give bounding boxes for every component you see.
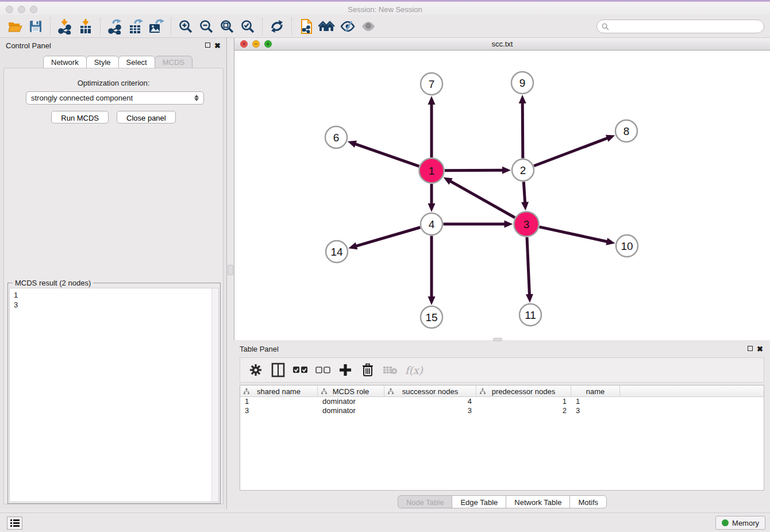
column-type-icon xyxy=(480,388,486,394)
import-table-icon[interactable] xyxy=(75,17,96,36)
graph-node-label-4: 4 xyxy=(429,218,435,230)
control-panel-tabs: Network Style Select MCDS xyxy=(43,56,192,68)
control-panel: Control Panel ✖ Network Style Select MCD… xyxy=(0,38,227,509)
memory-button[interactable]: Memory xyxy=(715,516,765,530)
tab-style[interactable]: Style xyxy=(86,56,119,68)
list-icon xyxy=(10,519,20,527)
result-scrollbar[interactable] xyxy=(211,288,218,502)
column-header-name[interactable]: name xyxy=(571,385,620,397)
column-header-label: name xyxy=(586,387,605,396)
zoom-out-icon[interactable] xyxy=(196,17,217,36)
network-graph: 7968124314101511 xyxy=(234,51,770,340)
show-graphics-details-icon[interactable] xyxy=(358,17,379,36)
clone-network-icon[interactable] xyxy=(296,17,317,36)
tab-mcds[interactable]: MCDS xyxy=(155,56,192,68)
open-session-icon[interactable] xyxy=(5,17,25,36)
table-cell: 3 xyxy=(571,406,620,415)
column-header-shared-name[interactable]: shared name xyxy=(240,385,318,397)
column-header-predecessor-nodes[interactable]: predecessor nodes xyxy=(476,385,571,397)
save-session-icon[interactable] xyxy=(25,17,46,36)
graph-edge-3-10[interactable] xyxy=(539,227,608,242)
close-panel-icon[interactable]: ✖ xyxy=(214,43,221,48)
column-header-label: MCDS role xyxy=(333,387,369,396)
apply-layout-icon[interactable] xyxy=(267,17,287,36)
tab-select[interactable]: Select xyxy=(118,56,155,68)
search-field[interactable] xyxy=(596,20,764,33)
graph-edge-4-14[interactable] xyxy=(355,228,421,246)
toolbar-separator xyxy=(262,18,263,35)
search-icon xyxy=(602,23,609,30)
column-header-successor-nodes[interactable]: successor nodes xyxy=(384,385,476,397)
add-column-icon[interactable] xyxy=(337,361,354,379)
tab-node-table[interactable]: Node Table xyxy=(398,495,453,508)
hide-graphics-details-icon[interactable] xyxy=(337,17,358,36)
float-panel-icon[interactable] xyxy=(205,43,210,48)
network-view-titlebar[interactable]: × − + scc.txt xyxy=(234,38,770,51)
delete-table-icon[interactable] xyxy=(382,361,399,379)
delete-column-icon[interactable] xyxy=(359,361,376,379)
table-settings-gear-icon[interactable] xyxy=(247,361,264,379)
vertical-splitter-grip[interactable] xyxy=(228,265,233,275)
table-cell: 1 xyxy=(571,397,620,406)
graph-edge-arrow-4-3 xyxy=(505,221,513,228)
column-selector-icon[interactable] xyxy=(270,361,287,379)
table-panel-title: Table Panel xyxy=(240,345,279,353)
task-history-button[interactable] xyxy=(7,516,22,530)
dropdown-selected-value: strongly connected component xyxy=(31,94,194,102)
table-row[interactable]: 3dominator323 xyxy=(240,406,764,415)
graph-node-label-9: 9 xyxy=(519,77,526,89)
column-header-MCDS-role[interactable]: MCDS role xyxy=(318,385,384,397)
graph-edge-2-3[interactable] xyxy=(523,182,525,203)
graph-edge-arrow-3-10 xyxy=(606,238,615,245)
tab-motifs[interactable]: Motifs xyxy=(569,495,607,508)
table-body: 1dominator4113dominator323 xyxy=(240,397,764,415)
deselect-all-rows-icon[interactable] xyxy=(314,361,332,379)
zoom-selected-icon[interactable] xyxy=(237,17,258,36)
zoom-in-icon[interactable] xyxy=(175,17,196,36)
graph-edge-3-11[interactable] xyxy=(527,237,530,296)
run-mcds-button[interactable]: Run MCDS xyxy=(51,111,109,124)
app-title: Session: New Session xyxy=(0,5,770,14)
float-table-panel-icon[interactable] xyxy=(748,346,753,351)
graph-node-label-10: 10 xyxy=(621,240,633,252)
tab-network-table[interactable]: Network Table xyxy=(506,495,570,508)
search-input[interactable] xyxy=(609,21,764,32)
horizontal-splitter-grip[interactable] xyxy=(493,338,502,341)
graph-edge-3-1[interactable] xyxy=(449,180,515,217)
tab-network[interactable]: Network xyxy=(43,56,87,68)
graph-edge-1-6[interactable] xyxy=(354,144,419,167)
table-cell: dominator xyxy=(318,406,384,415)
network-overview-icon[interactable] xyxy=(317,17,337,36)
graph-edge-arrow-1-7 xyxy=(428,96,436,105)
graph-edge-arrow-1-2 xyxy=(502,167,511,174)
export-network-icon[interactable] xyxy=(105,17,125,36)
tab-edge-table[interactable]: Edge Table xyxy=(452,495,506,508)
zoom-fit-icon[interactable] xyxy=(217,17,237,36)
graph-node-label-11: 11 xyxy=(525,309,536,321)
table-cell: 4 xyxy=(384,397,476,406)
table-header-row: shared nameMCDS rolesuccessor nodesprede… xyxy=(240,385,764,397)
optimization-criterion-select[interactable]: strongly connected component xyxy=(26,91,204,105)
graph-edge-1-2[interactable] xyxy=(445,170,504,171)
column-header-label: shared name xyxy=(257,387,301,396)
mcds-result-group: MCDS result (2 nodes) 1 3 xyxy=(7,283,221,504)
graph-edge-2-8[interactable] xyxy=(534,138,609,166)
graph-node-label-6: 6 xyxy=(333,132,340,144)
import-network-icon[interactable] xyxy=(55,17,75,36)
mcds-tab-content: Optimization criterion: strongly connect… xyxy=(3,68,224,504)
table-row[interactable]: 1dominator411 xyxy=(240,397,764,406)
graph-edge-arrow-2-9 xyxy=(519,95,526,103)
graph-edge-2-9[interactable] xyxy=(522,102,523,159)
close-panel-button[interactable]: Close panel xyxy=(117,111,176,124)
function-builder-icon[interactable]: f(x) xyxy=(405,364,423,376)
table-tabs: Node Table Edge Table Network Table Moti… xyxy=(234,495,770,508)
select-all-rows-icon[interactable] xyxy=(292,361,309,379)
network-canvas[interactable]: 7968124314101511 xyxy=(234,51,770,340)
mcds-result-list: 1 3 xyxy=(9,288,219,502)
export-image-icon[interactable] xyxy=(146,17,167,36)
export-table-icon[interactable] xyxy=(125,17,146,36)
column-header-label: predecessor nodes xyxy=(492,387,556,396)
column-header-label: successor nodes xyxy=(402,387,459,396)
toolbar-separator xyxy=(50,18,51,35)
close-table-panel-icon[interactable]: ✖ xyxy=(757,346,763,352)
